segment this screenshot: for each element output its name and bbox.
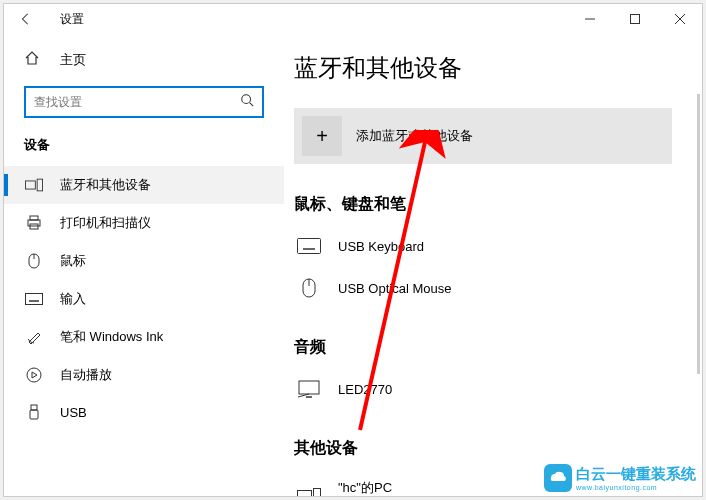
svg-rect-13 [26,294,43,305]
sidebar: 主页 设备 蓝牙和其他设备 打印机和扫描仪 鼠标 [4,34,284,496]
maximize-button[interactable] [612,4,657,34]
device-item[interactable]: LED2770 [294,372,672,414]
svg-rect-1 [630,15,639,24]
category-mouse-keyboard: 鼠标、键盘和笔 USB Keyboard USB Optical Mouse [294,194,672,313]
sidebar-item-label: 打印机和扫描仪 [60,214,151,232]
watermark-icon [544,464,572,492]
monitor-device-icon [294,378,324,400]
sidebar-item-label: 输入 [60,290,86,308]
pen-icon [24,329,44,345]
add-device-button[interactable]: + 添加蓝牙或其他设备 [294,108,672,164]
back-button[interactable] [12,5,40,33]
pc-device-icon [294,485,324,497]
scrollbar[interactable] [697,94,700,374]
watermark: 白云一键重装系统 www.baiyunxitong.com [540,462,700,494]
device-name: USB Keyboard [338,239,424,254]
home-nav[interactable]: 主页 [4,42,284,78]
sidebar-item-label: 笔和 Windows Ink [60,328,163,346]
svg-rect-7 [37,179,42,191]
close-button[interactable] [657,4,702,34]
device-name: LED2770 [338,382,392,397]
sidebar-item-printers[interactable]: 打印机和扫描仪 [4,204,284,242]
sidebar-item-usb[interactable]: USB [4,394,284,430]
home-label: 主页 [60,51,86,69]
main-content: 蓝牙和其他设备 + 添加蓝牙或其他设备 鼠标、键盘和笔 USB Keyboard… [284,34,702,496]
usb-icon [24,404,44,420]
home-icon [24,50,44,70]
svg-rect-33 [314,488,321,496]
svg-point-4 [242,95,251,104]
category-title: 其他设备 [294,438,672,459]
watermark-text: 白云一键重装系统 [576,465,696,484]
sidebar-item-label: 自动播放 [60,366,112,384]
window-title: 设置 [60,11,84,28]
search-input[interactable] [34,95,240,109]
device-name: USB Optical Mouse [338,281,451,296]
autoplay-icon [24,367,44,383]
page-title: 蓝牙和其他设备 [294,52,672,84]
sidebar-item-mouse[interactable]: 鼠标 [4,242,284,280]
category-title: 音频 [294,337,672,358]
svg-rect-19 [31,405,37,410]
sidebar-item-label: USB [60,405,87,420]
svg-rect-29 [299,381,319,394]
device-item[interactable]: USB Keyboard [294,229,672,271]
svg-rect-32 [298,490,312,496]
watermark-url: www.baiyunxitong.com [576,484,696,491]
printer-icon [24,215,44,231]
sidebar-item-autoplay[interactable]: 自动播放 [4,356,284,394]
keyboard-icon [24,293,44,305]
plus-icon: + [302,116,342,156]
svg-line-5 [250,103,254,107]
devices-icon [24,178,44,192]
search-icon [240,93,254,111]
svg-rect-6 [25,181,35,189]
svg-rect-20 [30,410,38,419]
keyboard-device-icon [294,235,324,257]
device-name: "hc"的PC [338,479,392,496]
mouse-icon [24,253,44,269]
sidebar-item-label: 蓝牙和其他设备 [60,176,151,194]
sidebar-item-typing[interactable]: 输入 [4,280,284,318]
device-item[interactable]: USB Optical Mouse [294,271,672,313]
sidebar-item-label: 鼠标 [60,252,86,270]
sidebar-item-pen[interactable]: 笔和 Windows Ink [4,318,284,356]
svg-rect-8 [30,216,38,220]
sidebar-item-bluetooth[interactable]: 蓝牙和其他设备 [4,166,284,204]
category-audio: 音频 LED2770 [294,337,672,414]
category-title: 鼠标、键盘和笔 [294,194,672,215]
svg-point-18 [27,368,41,382]
svg-rect-21 [298,239,321,254]
add-device-label: 添加蓝牙或其他设备 [356,127,473,145]
mouse-device-icon [294,277,324,299]
minimize-button[interactable] [567,4,612,34]
search-input-box[interactable] [24,86,264,118]
titlebar: 设置 [4,4,702,34]
sidebar-section-title: 设备 [4,136,284,166]
